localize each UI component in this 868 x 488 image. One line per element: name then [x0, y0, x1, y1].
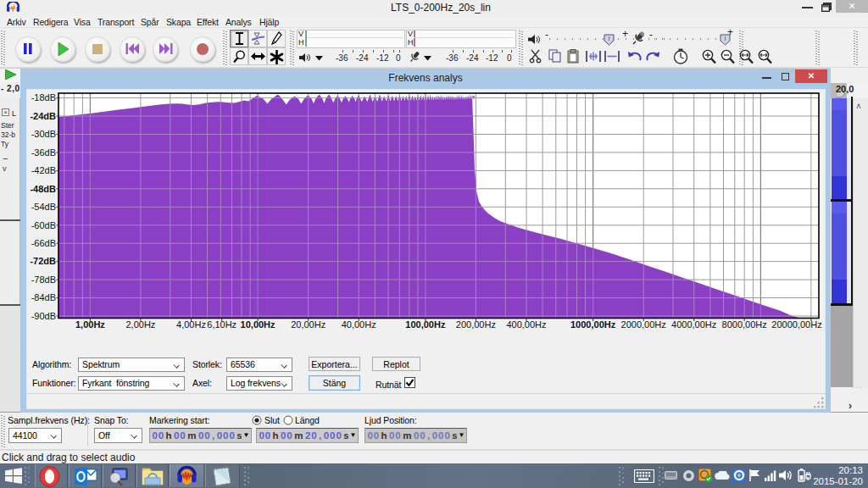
svg-text:-84dB: -84dB: [31, 292, 56, 302]
svg-text:-90dB: -90dB: [31, 311, 56, 321]
svg-text:-72dB: -72dB: [30, 256, 56, 266]
svg-text:-78dB: -78dB: [31, 274, 56, 285]
svg-text:-48dB: -48dB: [30, 184, 56, 194]
svg-text:-42dB: -42dB: [31, 165, 56, 175]
svg-text:-18dB: -18dB: [31, 92, 56, 103]
svg-text:-24dB: -24dB: [30, 111, 56, 121]
svg-text:-66dB: -66dB: [31, 238, 56, 248]
svg-text:-54dB: -54dB: [31, 202, 56, 212]
svg-text:-36dB: -36dB: [31, 147, 56, 158]
svg-text:-60dB: -60dB: [31, 220, 56, 230]
svg-text:20000,00Hz: 20000,00Hz: [771, 319, 821, 330]
svg-text:-30dB: -30dB: [31, 129, 56, 139]
